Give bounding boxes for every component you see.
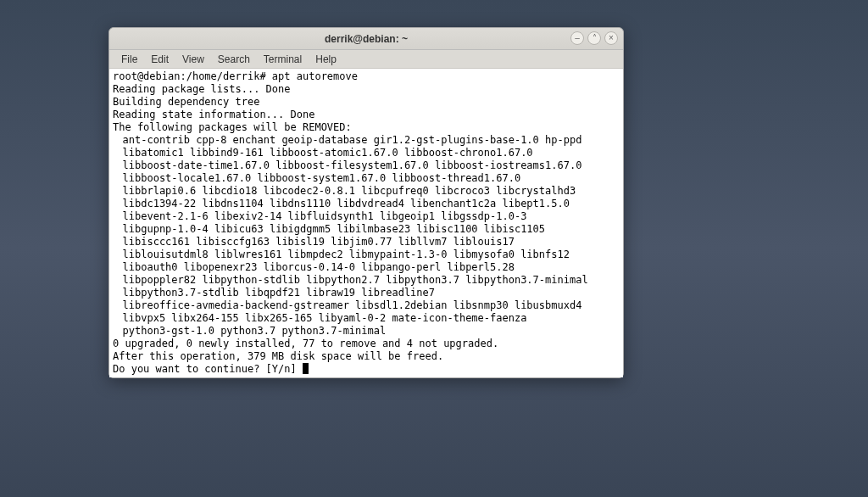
package-line: libatomic1 libbind9-161 libboost-atomic1… xyxy=(113,147,620,159)
menubar: File Edit View Search Terminal Help xyxy=(109,50,623,69)
package-line: libgupnp-1.0-4 libicu63 libigdgmm5 libil… xyxy=(113,223,620,236)
intro-line: Building dependency tree xyxy=(113,96,259,108)
terminal-output[interactable]: root@debian:/home/derrik# apt autoremove… xyxy=(109,69,623,377)
confirm-line: Do you want to continue? [Y/n] xyxy=(113,363,309,375)
intro-line: Reading package lists... Done xyxy=(113,83,291,95)
package-line: libpython3.7-stdlib libqpdf21 libraw19 l… xyxy=(113,287,620,299)
package-line: libisccc161 libisccfg163 libisl19 libjim… xyxy=(113,236,620,248)
window-title: derrik@debian: ~ xyxy=(325,33,408,45)
package-line: libdc1394-22 libdns1104 libdns1110 libdv… xyxy=(113,198,620,210)
package-line: libboost-locale1.67.0 libboost-system1.6… xyxy=(113,172,620,185)
package-line: liboauth0 libopenexr23 liborcus-0.14-0 l… xyxy=(113,261,620,274)
titlebar[interactable]: derrik@debian: ~ – ˄ × xyxy=(109,28,623,50)
confirm-text: Do you want to continue? [Y/n] xyxy=(113,363,303,375)
package-line: python3-gst-1.0 python3.7 python3.7-mini… xyxy=(113,325,620,338)
window-controls: – ˄ × xyxy=(570,31,618,45)
terminal-window: derrik@debian: ~ – ˄ × File Edit View Se… xyxy=(108,27,624,378)
intro-line: The following packages will be REMOVED: xyxy=(113,121,352,133)
menu-file[interactable]: File xyxy=(114,52,144,67)
package-line: liblouisutdml8 liblwres161 libmpdec2 lib… xyxy=(113,248,620,261)
command: apt autoremove xyxy=(272,70,358,82)
menu-edit[interactable]: Edit xyxy=(144,52,175,67)
prompt-line: root@debian:/home/derrik# apt autoremove xyxy=(113,70,358,82)
menu-view[interactable]: View xyxy=(175,52,211,67)
package-line: libvpx5 libx264-155 libx265-165 libyaml-… xyxy=(113,312,620,325)
package-line: libboost-date-time1.67.0 libboost-filesy… xyxy=(113,159,620,172)
intro-line: Reading state information... Done xyxy=(113,109,314,120)
summary-line: After this operation, 379 MB disk space … xyxy=(113,350,443,362)
package-line: libreoffice-avmedia-backend-gstreamer li… xyxy=(113,299,620,312)
maximize-button[interactable]: ˄ xyxy=(587,31,601,45)
prompt: root@debian:/home/derrik# xyxy=(113,70,272,82)
package-line: libpoppler82 libpython-stdlib libpython2… xyxy=(113,274,620,287)
menu-terminal[interactable]: Terminal xyxy=(257,52,309,67)
package-line: ant-contrib cpp-8 enchant geoip-database… xyxy=(113,134,620,147)
package-line: libbrlapi0.6 libcdio18 libcodec2-0.8.1 l… xyxy=(113,185,620,198)
summary-line: 0 upgraded, 0 newly installed, 77 to rem… xyxy=(113,338,498,349)
menu-search[interactable]: Search xyxy=(211,52,257,67)
package-line: libevent-2.1-6 libexiv2-14 libfluidsynth… xyxy=(113,210,620,223)
close-button[interactable]: × xyxy=(604,31,618,45)
menu-help[interactable]: Help xyxy=(309,52,343,67)
cursor-block xyxy=(303,363,309,374)
minimize-button[interactable]: – xyxy=(570,31,584,45)
